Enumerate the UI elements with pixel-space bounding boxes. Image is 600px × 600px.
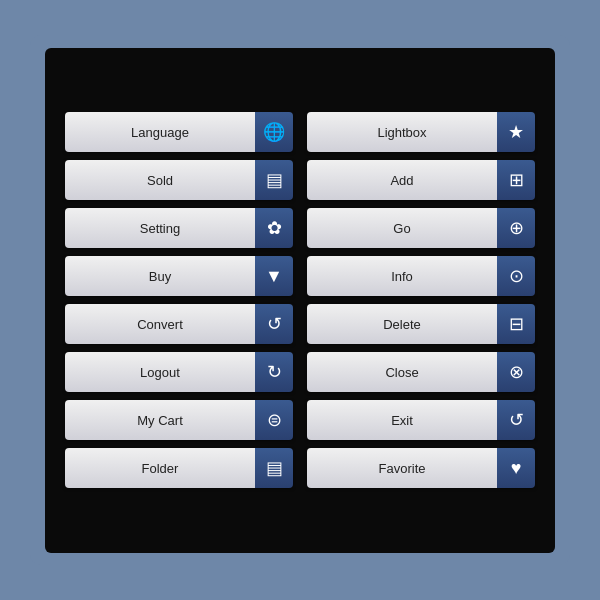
button-icon-my-cart[interactable]: ⊜ <box>255 400 293 440</box>
button-label-language[interactable]: Language <box>65 112 255 152</box>
button-close[interactable]: Close⊗ <box>307 352 535 392</box>
button-label-buy[interactable]: Buy <box>65 256 255 296</box>
button-setting[interactable]: Setting✿ <box>65 208 293 248</box>
button-go[interactable]: Go⊕ <box>307 208 535 248</box>
button-icon-go[interactable]: ⊕ <box>497 208 535 248</box>
button-language[interactable]: Language🌐 <box>65 112 293 152</box>
outer-border: Language🌐Lightbox★Sold▤Add⊞Setting✿Go⊕Bu… <box>30 35 570 565</box>
button-buy[interactable]: Buy▼ <box>65 256 293 296</box>
button-my-cart[interactable]: My Cart⊜ <box>65 400 293 440</box>
button-icon-close[interactable]: ⊗ <box>497 352 535 392</box>
button-icon-buy[interactable]: ▼ <box>255 256 293 296</box>
button-icon-lightbox[interactable]: ★ <box>497 112 535 152</box>
button-sold[interactable]: Sold▤ <box>65 160 293 200</box>
button-icon-add[interactable]: ⊞ <box>497 160 535 200</box>
button-icon-delete[interactable]: ⊟ <box>497 304 535 344</box>
button-logout[interactable]: Logout↻ <box>65 352 293 392</box>
button-label-convert[interactable]: Convert <box>65 304 255 344</box>
button-label-info[interactable]: Info <box>307 256 497 296</box>
button-label-lightbox[interactable]: Lightbox <box>307 112 497 152</box>
button-icon-convert[interactable]: ↺ <box>255 304 293 344</box>
button-icon-info[interactable]: ⊙ <box>497 256 535 296</box>
button-label-favorite[interactable]: Favorite <box>307 448 497 488</box>
button-exit[interactable]: Exit↺ <box>307 400 535 440</box>
button-label-folder[interactable]: Folder <box>65 448 255 488</box>
button-folder[interactable]: Folder▤ <box>65 448 293 488</box>
button-label-my-cart[interactable]: My Cart <box>65 400 255 440</box>
button-label-close[interactable]: Close <box>307 352 497 392</box>
button-icon-exit[interactable]: ↺ <box>497 400 535 440</box>
button-lightbox[interactable]: Lightbox★ <box>307 112 535 152</box>
button-icon-language[interactable]: 🌐 <box>255 112 293 152</box>
button-icon-favorite[interactable]: ♥ <box>497 448 535 488</box>
button-favorite[interactable]: Favorite♥ <box>307 448 535 488</box>
button-icon-logout[interactable]: ↻ <box>255 352 293 392</box>
button-convert[interactable]: Convert↺ <box>65 304 293 344</box>
button-label-exit[interactable]: Exit <box>307 400 497 440</box>
button-icon-folder[interactable]: ▤ <box>255 448 293 488</box>
button-label-add[interactable]: Add <box>307 160 497 200</box>
button-icon-setting[interactable]: ✿ <box>255 208 293 248</box>
button-label-logout[interactable]: Logout <box>65 352 255 392</box>
button-label-setting[interactable]: Setting <box>65 208 255 248</box>
button-grid: Language🌐Lightbox★Sold▤Add⊞Setting✿Go⊕Bu… <box>65 112 535 488</box>
button-delete[interactable]: Delete⊟ <box>307 304 535 344</box>
button-label-sold[interactable]: Sold <box>65 160 255 200</box>
button-info[interactable]: Info⊙ <box>307 256 535 296</box>
button-icon-sold[interactable]: ▤ <box>255 160 293 200</box>
button-label-go[interactable]: Go <box>307 208 497 248</box>
button-add[interactable]: Add⊞ <box>307 160 535 200</box>
button-label-delete[interactable]: Delete <box>307 304 497 344</box>
inner-panel: Language🌐Lightbox★Sold▤Add⊞Setting✿Go⊕Bu… <box>45 48 555 553</box>
